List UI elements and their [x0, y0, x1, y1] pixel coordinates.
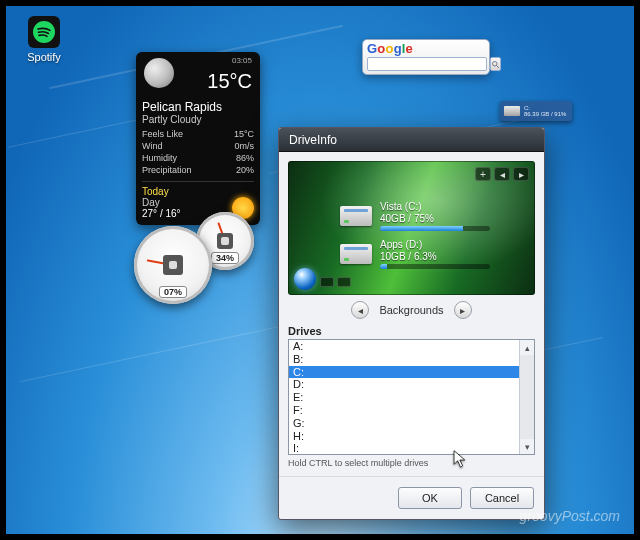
drives-hint: Hold CTRL to select multiple drives — [288, 458, 535, 468]
preview-drive-stats: 10GB / 6.3% — [380, 251, 490, 263]
google-search-gadget[interactable]: Google — [362, 39, 490, 75]
google-search-input[interactable] — [367, 57, 487, 71]
list-item[interactable]: B: — [289, 353, 519, 366]
windows-orb-icon — [294, 268, 316, 290]
desktop-icon-label: Spotify — [16, 51, 72, 63]
scrollbar[interactable]: ▴ ▾ — [519, 340, 534, 454]
taskbar-icon — [320, 277, 334, 287]
weather-gadget[interactable]: 03:05 15°C Pelican Rapids Partly Cloudy … — [136, 52, 260, 225]
drive-icon — [340, 244, 372, 264]
preview-drive-name: Apps (D:) — [380, 239, 490, 251]
drives-section-label: Drives — [288, 325, 535, 337]
weather-today-label: Today — [142, 186, 254, 197]
google-search-button[interactable] — [490, 57, 501, 71]
dialog-titlebar[interactable]: DriveInfo — [279, 128, 544, 152]
svg-point-1 — [493, 61, 498, 66]
preview-drive-name: Vista (C:) — [380, 201, 490, 213]
google-logo: Google — [367, 42, 485, 55]
list-item[interactable]: H: — [289, 430, 519, 443]
taskbar-icon — [337, 277, 351, 287]
weather-time: 03:05 — [232, 56, 252, 65]
list-item[interactable]: D: — [289, 378, 519, 391]
preview-prev-button[interactable]: ◂ — [494, 167, 510, 181]
cpu-gauge: 07% — [134, 226, 212, 304]
cpu-meter-gadget[interactable]: 34% 07% — [134, 212, 264, 308]
list-item[interactable]: A: — [289, 340, 519, 353]
watermark: groovyPost.com — [520, 508, 620, 524]
background-next-button[interactable]: ▸ — [454, 301, 472, 319]
moon-icon — [144, 58, 174, 88]
drive-icon — [504, 106, 520, 116]
ok-button[interactable]: OK — [398, 487, 462, 509]
weather-condition: Partly Cloudy — [142, 114, 254, 125]
svg-line-2 — [497, 65, 499, 67]
dialog-title: DriveInfo — [289, 133, 337, 147]
drive-icon — [340, 206, 372, 226]
ram-value: 34% — [211, 252, 239, 264]
preview-add-button[interactable]: + — [475, 167, 491, 181]
scroll-up-button[interactable]: ▴ — [520, 340, 534, 355]
list-item[interactable]: E: — [289, 391, 519, 404]
list-item[interactable]: I: — [289, 442, 519, 454]
search-icon — [491, 60, 500, 69]
backgrounds-label: Backgrounds — [379, 304, 443, 316]
list-item[interactable]: C: — [289, 366, 519, 379]
background-preview: + ◂ ▸ Vista (C:) 40GB / 75% Apps (D:) 10… — [288, 161, 535, 295]
driveinfo-dialog: DriveInfo + ◂ ▸ Vista (C:) 40GB / 75% Ap… — [278, 127, 545, 520]
list-item[interactable]: F: — [289, 404, 519, 417]
mouse-cursor-icon — [453, 450, 468, 474]
scroll-down-button[interactable]: ▾ — [520, 439, 534, 454]
background-prev-button[interactable]: ◂ — [351, 301, 369, 319]
cpu-value: 07% — [159, 286, 187, 298]
weather-temp: 15°C — [207, 70, 252, 93]
drive-mini-gadget[interactable]: C: 86.39 GB / 91% — [500, 101, 572, 121]
preview-next-button[interactable]: ▸ — [513, 167, 529, 181]
cancel-button[interactable]: Cancel — [470, 487, 534, 509]
weather-location: Pelican Rapids — [142, 100, 254, 114]
list-item[interactable]: G: — [289, 417, 519, 430]
desktop-icon-spotify[interactable]: Spotify — [16, 16, 72, 63]
spotify-icon — [28, 16, 60, 48]
preview-drive-stats: 40GB / 75% — [380, 213, 490, 225]
drives-listbox[interactable]: A:B:C:D:E:F:G:H:I:J: ▴ ▾ — [288, 339, 535, 455]
